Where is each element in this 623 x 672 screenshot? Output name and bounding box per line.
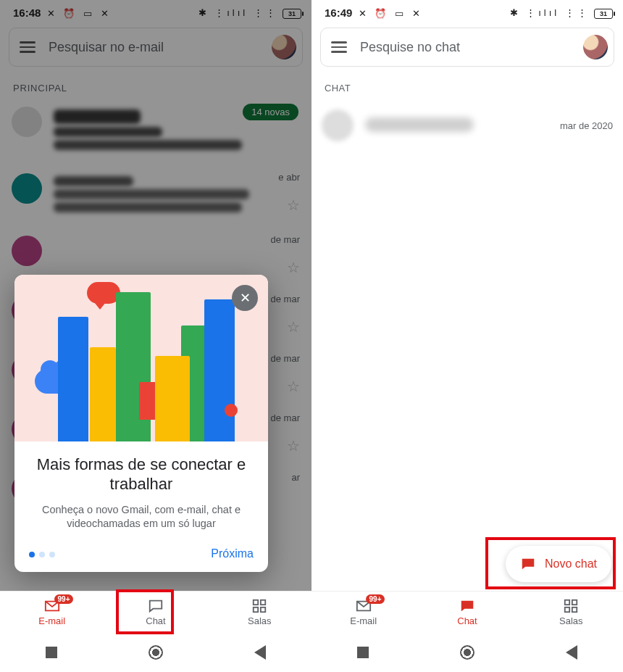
popup-title: Mais formas de se conectar e trabalhar: [25, 455, 258, 494]
chat-name: [365, 117, 560, 133]
status-net-icons: ✱ ⋮ılıl ⋮⋮: [510, 7, 590, 18]
chat-avatar: [322, 109, 354, 141]
new-chat-fab[interactable]: Novo chat: [506, 546, 611, 582]
svg-rect-1: [261, 600, 265, 605]
popup-body: Conheça o novo Gmail, com e-mail, chat e…: [25, 503, 258, 531]
svg-rect-0: [254, 600, 258, 605]
tab-salas[interactable]: Salas: [208, 592, 312, 633]
tab-chat[interactable]: Chat: [415, 592, 519, 633]
svg-rect-2: [254, 607, 258, 612]
search-bar[interactable]: Pesquise no chat: [320, 28, 614, 67]
tab-label: Chat: [457, 615, 477, 626]
onboarding-popup: ★ ✕ Mais formas de se conectar e trabalh…: [14, 275, 268, 572]
tab-label: Chat: [146, 615, 165, 626]
rooms-icon: [563, 598, 579, 614]
svg-rect-5: [572, 600, 577, 605]
hamburger-icon[interactable]: [331, 38, 347, 55]
email-count-badge: 99+: [366, 594, 385, 604]
back-icon[interactable]: [254, 645, 266, 660]
home-icon[interactable]: [460, 645, 474, 660]
status-bar: 16:49 ✕ ⏰ ▭ ✕ ✱ ⋮ılıl ⋮⋮ 31: [312, 0, 623, 25]
status-time: 16:49: [325, 7, 352, 19]
tab-salas[interactable]: Salas: [519, 592, 623, 633]
tab-label: Salas: [559, 615, 583, 626]
svg-rect-6: [565, 607, 569, 612]
svg-rect-3: [261, 607, 265, 612]
recents-icon[interactable]: [357, 647, 369, 658]
next-button[interactable]: Próxima: [211, 547, 254, 560]
tab-label: Salas: [248, 615, 272, 626]
battery-icon: 31: [593, 9, 613, 19]
recents-icon[interactable]: [46, 647, 57, 658]
email-count-badge: 99+: [54, 594, 74, 604]
svg-rect-7: [572, 607, 577, 612]
page-dots: [29, 547, 59, 560]
status-sys-icons: ✕ ⏰ ▭ ✕: [359, 8, 423, 19]
bottom-tab-bar: 99+ E-mail Chat Salas: [0, 591, 312, 633]
chat-icon: [148, 598, 164, 614]
popup-hero: ★: [14, 275, 268, 441]
bottom-tab-bar: 99+ E-mail Chat Salas: [312, 591, 623, 633]
android-nav: [312, 633, 623, 672]
chat-date: mar de 2020: [560, 120, 613, 131]
search-placeholder: Pesquise no chat: [360, 40, 583, 55]
chat-icon: [459, 598, 475, 614]
tab-chat[interactable]: Chat: [104, 592, 207, 633]
tab-label: E-mail: [350, 615, 377, 626]
tab-email[interactable]: 99+ E-mail: [0, 592, 104, 633]
avatar[interactable]: [583, 35, 608, 59]
section-label: CHAT: [312, 67, 623, 99]
chat-icon: [520, 556, 536, 572]
home-icon[interactable]: [149, 645, 163, 660]
close-icon[interactable]: ✕: [232, 285, 258, 311]
fab-label: Novo chat: [545, 557, 597, 571]
chat-row[interactable]: mar de 2020: [312, 99, 623, 152]
svg-rect-4: [565, 600, 569, 605]
android-nav: [0, 633, 312, 672]
tab-label: E-mail: [38, 615, 65, 626]
rooms-icon: [251, 598, 267, 614]
tab-email[interactable]: 99+ E-mail: [312, 592, 415, 633]
back-icon[interactable]: [566, 645, 577, 660]
